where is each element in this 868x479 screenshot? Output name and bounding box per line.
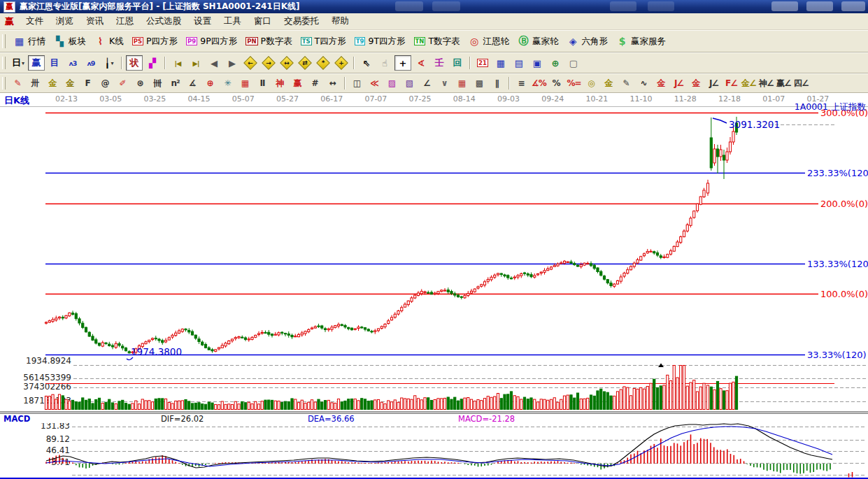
- toolbar-button-winner-wheel[interactable]: Ⓑ赢家轮: [513, 34, 563, 49]
- close-button[interactable]: [841, 1, 865, 11]
- shen-ruler-button[interactable]: 神: [272, 76, 288, 91]
- bar-scale-button[interactable]: ≡: [513, 76, 529, 91]
- banker-view-button[interactable]: 状: [126, 55, 143, 71]
- gann-span-h-button[interactable]: ↔: [278, 55, 295, 71]
- grid-box-tool-button[interactable]: ▦: [237, 76, 253, 91]
- jump-first-button[interactable]: |◀: [169, 55, 186, 71]
- gold-angle-button[interactable]: 金∠: [741, 76, 757, 91]
- save-tool-button[interactable]: ▣: [529, 55, 546, 71]
- toolbar-button-gann-wheel[interactable]: ◎江恩轮: [464, 34, 514, 49]
- toolbar-button-9t-square[interactable]: T99T四方形: [350, 34, 410, 49]
- web-tool-button[interactable]: ⊕: [547, 55, 564, 71]
- ruler-gold-2-button[interactable]: 金: [62, 76, 78, 91]
- percent-line-2-button[interactable]: %=: [566, 76, 582, 91]
- ruler-plain-button[interactable]: 卌: [150, 76, 166, 91]
- toolbar-button-sectors[interactable]: ▚板块: [50, 34, 90, 49]
- toolbar-button-t-square[interactable]: TST四方形: [297, 34, 350, 49]
- grid-red-button[interactable]: ▦: [454, 76, 470, 91]
- gann-move-left-button[interactable]: ←: [242, 55, 259, 71]
- percent-button[interactable]: %: [548, 76, 564, 91]
- pane-separator[interactable]: [0, 411, 868, 414]
- shen-angle-button[interactable]: 神∠: [758, 76, 774, 91]
- f10-info-button[interactable]: 目: [46, 55, 63, 71]
- toolbar-grip[interactable]: [2, 77, 6, 89]
- ruler-f-button[interactable]: F: [80, 76, 96, 91]
- hand-tool-button[interactable]: ☝: [376, 55, 393, 71]
- period-selector-button[interactable]: 日▾: [10, 55, 27, 71]
- mini-chart-3-button[interactable]: ʌ3: [64, 55, 81, 71]
- menu-item-4[interactable]: 公式选股: [140, 13, 187, 29]
- span-arrows-button[interactable]: ↔: [325, 76, 341, 91]
- volume-style-button[interactable]: ▞: [144, 55, 161, 71]
- tool-teal-button[interactable]: 回: [449, 55, 466, 71]
- brush-tool-button[interactable]: ✐: [115, 76, 131, 91]
- gann-center-button[interactable]: +: [333, 55, 350, 71]
- menu-item-6[interactable]: 工具: [218, 13, 248, 29]
- percent-line-button[interactable]: ∡%: [531, 76, 547, 91]
- menu-item-0[interactable]: 文件: [20, 13, 50, 29]
- toolbar-button-9p-square[interactable]: P99P四方形: [182, 34, 241, 49]
- menu-item-2[interactable]: 资讯: [80, 13, 110, 29]
- winner-view-button[interactable]: 赢: [28, 55, 45, 71]
- page-prev-button[interactable]: ◀: [206, 55, 222, 71]
- j-angle-2-button[interactable]: J∠: [706, 76, 722, 91]
- toolbar-button-kline[interactable]: ⌇K线: [90, 34, 128, 49]
- spiral-tool-button[interactable]: @: [97, 76, 113, 91]
- grid-123-button[interactable]: #: [307, 76, 323, 91]
- angle-tool-button[interactable]: ∢: [413, 55, 429, 71]
- toolbar-button-quotes[interactable]: ▦行情: [9, 34, 50, 49]
- page-next-button[interactable]: ▶: [224, 55, 241, 71]
- menu-item-7[interactable]: 窗口: [248, 13, 278, 29]
- parallel-lines-button[interactable]: ∥: [489, 76, 505, 91]
- win-angle-button[interactable]: 赢∠: [776, 76, 792, 91]
- si-angle-button[interactable]: 四∠: [793, 76, 809, 91]
- angle-ruler-button[interactable]: ∡: [185, 76, 201, 91]
- h-quote-tool-button[interactable]: Ⅱ: [255, 76, 271, 91]
- gold-red-line-button[interactable]: 金: [653, 76, 669, 91]
- gann-expand-button[interactable]: *: [315, 55, 332, 71]
- macd-indicator-name[interactable]: MACD: [3, 414, 30, 424]
- gold-line-button[interactable]: 金: [601, 76, 617, 91]
- draw-pen-button[interactable]: ✎: [10, 76, 26, 91]
- fan-box-1-button[interactable]: ▨: [384, 76, 400, 91]
- fan-box-2-button[interactable]: ▧: [401, 76, 418, 91]
- gann-span-in-button[interactable]: ⇄: [297, 55, 313, 71]
- menu-item-5[interactable]: 设置: [187, 13, 218, 29]
- angle-lines-button[interactable]: ∠: [419, 76, 435, 91]
- toolbar-button-winner-service[interactable]: $赢家服务: [612, 34, 670, 49]
- mini-chart-9-button[interactable]: ʌ9: [83, 55, 99, 71]
- crosshair-tool-button[interactable]: +: [394, 55, 411, 71]
- win-box-button[interactable]: 赢: [290, 76, 306, 91]
- j-angle-1-button[interactable]: J∠: [671, 76, 687, 91]
- grid-dark-button[interactable]: ▩: [471, 76, 488, 91]
- menu-item-1[interactable]: 浏览: [50, 13, 80, 29]
- toolbar-grip[interactable]: [2, 57, 6, 69]
- wheel-tool-button[interactable]: ⊛: [132, 76, 148, 91]
- calculator-tool-button[interactable]: ▦: [492, 55, 509, 71]
- toolbar-button-p-number-table[interactable]: PNP数字表: [241, 34, 296, 49]
- toolbar-button-p-square[interactable]: PSP四方形: [128, 34, 182, 49]
- pointer-tool-button[interactable]: ⇖: [358, 55, 375, 71]
- menu-item-3[interactable]: 江恩: [110, 13, 140, 29]
- ruler-n2-button[interactable]: n²: [167, 76, 183, 91]
- fan-lines-button[interactable]: ≪: [367, 76, 383, 91]
- minimize-button[interactable]: [771, 1, 798, 11]
- gold-circle-button[interactable]: ◎: [583, 76, 599, 91]
- snowflake-tool-button[interactable]: ✳: [220, 76, 236, 91]
- menu-item-8[interactable]: 交易委托: [278, 13, 325, 29]
- ruler-time-button[interactable]: 卅: [27, 76, 43, 91]
- v-lines-button[interactable]: ∨: [436, 76, 453, 91]
- tool-purple-button[interactable]: 壬: [431, 55, 448, 71]
- box-tool-button[interactable]: ◫: [349, 76, 365, 91]
- memo-tool-button[interactable]: ▤: [511, 55, 527, 71]
- gold-underline-button[interactable]: 金: [688, 76, 704, 91]
- f-angle-button[interactable]: F∠: [723, 76, 739, 91]
- toolbar-button-t-number-table[interactable]: TNT数字表: [410, 34, 464, 49]
- system-tool-button[interactable]: ▢: [565, 55, 582, 71]
- maximize-button[interactable]: [806, 1, 833, 11]
- menu-item-9[interactable]: 帮助: [325, 13, 355, 29]
- circle-cross-button[interactable]: ⊕: [202, 76, 218, 91]
- ruler-gold-1-button[interactable]: 金: [45, 76, 61, 91]
- gann-move-right-button[interactable]: →: [260, 55, 277, 71]
- candle-style-button[interactable]: ╽▾: [101, 55, 118, 71]
